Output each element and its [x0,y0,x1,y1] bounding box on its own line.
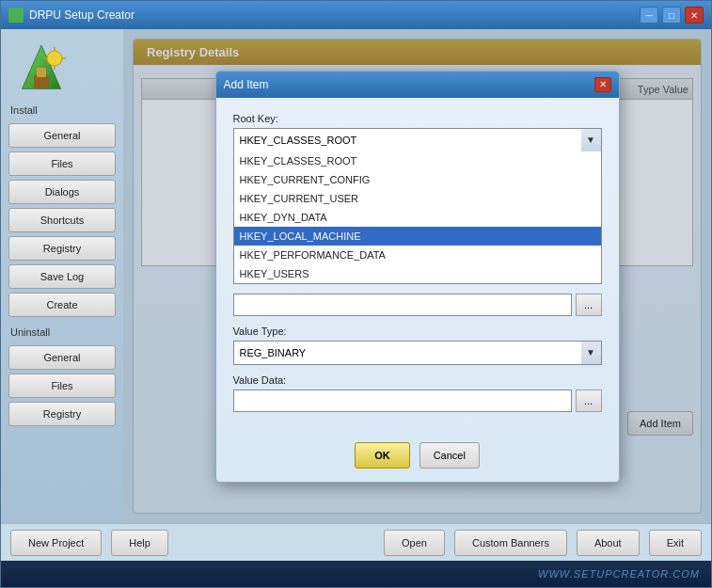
modal-overlay: Add Item ✕ Root Key: HKEY_CLASSES_ROOT [123,29,711,523]
app-icon [8,8,24,23]
dropdown-option-1[interactable]: HKEY_CURRENT_CONFIG [234,170,601,189]
sidebar-btn-general-uninstall[interactable]: General [8,345,116,370]
title-bar-controls: ─ □ ✕ [640,7,704,24]
status-strip: WWW.SETUPCREATOR.COM [1,561,711,587]
footer-buttons: New Project Help Open Custom Banners Abo… [1,523,711,561]
cancel-button[interactable]: Cancel [419,442,480,469]
value-type-arrow[interactable]: ▼ [581,341,602,365]
dropdown-option-0[interactable]: HKEY_CLASSES_ROOT [234,151,601,170]
root-key-display[interactable]: HKEY_CLASSES_ROOT [233,128,602,152]
root-key-value: HKEY_CLASSES_ROOT [240,135,357,146]
dropdown-option-4[interactable]: HKEY_LOCAL_MACHINE [234,227,601,246]
dialog-body: Root Key: HKEY_CLASSES_ROOT ▼ HKEY_CLASS… [216,98,619,435]
maximize-button[interactable]: □ [662,7,681,24]
value-type-value: REG_BINARY [240,347,307,358]
dropdown-option-3[interactable]: HKEY_DYN_DATA [234,208,601,227]
sidebar-btn-shortcuts[interactable]: Shortcuts [8,208,116,232]
sidebar-btn-save-log[interactable]: Save Log [8,264,116,289]
app-window: DRPU Setup Creator ─ □ ✕ [0,0,712,588]
custom-banners-button[interactable]: Custom Banners [454,530,567,556]
value-data-label: Value Data: [233,374,602,386]
svg-rect-2 [34,75,49,88]
dialog-title: Add Item [224,78,594,91]
title-bar: DRPU Setup Creator ─ □ ✕ [1,1,711,29]
install-section-label: Install [10,104,116,116]
value-data-row: ... [233,389,602,412]
exit-button[interactable]: Exit [649,530,702,556]
sidebar-btn-files-uninstall[interactable]: Files [8,373,116,398]
browse-button-1[interactable]: ... [576,294,602,316]
app-logo [8,39,74,95]
root-key-dropdown-list[interactable]: HKEY_CLASSES_ROOT HKEY_CURRENT_CONFIG HK… [233,151,602,284]
sidebar-btn-files-install[interactable]: Files [8,151,116,176]
open-button[interactable]: Open [384,530,445,556]
svg-rect-3 [37,68,46,77]
content-area: Registry Details Type Value Add Item [123,29,711,523]
app-title: DRPU Setup Creator [29,8,640,22]
sidebar-btn-registry-install[interactable]: Registry [8,236,116,261]
new-project-button[interactable]: New Project [10,530,102,556]
value-data-input[interactable] [233,389,572,412]
root-key-dropdown-container: HKEY_CLASSES_ROOT ▼ HKEY_CLASSES_ROOT HK… [233,128,602,284]
key-path-input[interactable] [233,294,572,316]
window-close-button[interactable]: ✕ [685,7,704,24]
value-type-display[interactable]: REG_BINARY [233,341,602,365]
watermark-text: WWW.SETUPCREATOR.COM [538,568,700,580]
browse-row-1: ... [233,294,602,316]
help-button[interactable]: Help [111,530,168,556]
about-button[interactable]: About [577,530,640,556]
sidebar-btn-create[interactable]: Create [8,293,116,317]
ok-button[interactable]: OK [355,442,410,469]
dialog-close-button[interactable]: ✕ [594,77,611,92]
dialog-title-bar: Add Item ✕ [216,72,619,98]
add-item-dialog: Add Item ✕ Root Key: HKEY_CLASSES_ROOT [215,71,620,483]
value-type-label: Value Type: [233,326,602,337]
dialog-footer: OK Cancel [216,435,619,482]
root-key-arrow[interactable]: ▼ [581,128,602,152]
uninstall-section-label: Uninstall [10,326,116,338]
browse-button-2[interactable]: ... [576,389,602,412]
value-type-dropdown-container: REG_BINARY ▼ [233,341,602,365]
sidebar-btn-dialogs[interactable]: Dialogs [8,180,116,204]
dropdown-option-5[interactable]: HKEY_PERFORMANCE_DATA [234,246,601,264]
minimize-button[interactable]: ─ [640,7,658,24]
dropdown-option-6[interactable]: HKEY_USERS [234,264,601,283]
svg-point-4 [47,51,62,66]
sidebar-btn-registry-uninstall[interactable]: Registry [8,402,116,426]
sidebar-btn-general-install[interactable]: General [8,123,116,148]
dropdown-option-2[interactable]: HKEY_CURRENT_USER [234,189,601,208]
sidebar: Install General Files Dialogs Shortcuts … [1,29,123,523]
root-key-label: Root Key: [233,113,602,124]
